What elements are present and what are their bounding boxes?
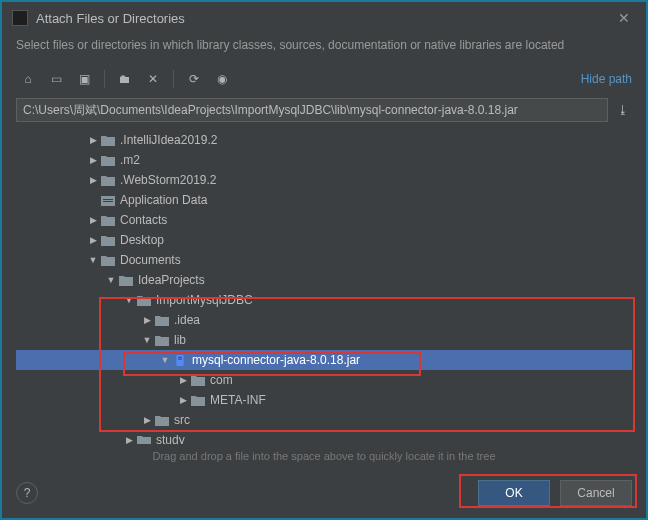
folder-icon [154,313,170,327]
refresh-icon[interactable]: ⟳ [182,68,206,90]
tree-node[interactable]: ▶.idea [16,310,632,330]
tree-node-label: IdeaProjects [138,273,205,287]
tree-node[interactable]: ▶.WebStorm2019.2 [16,170,632,190]
folder-icon [154,333,170,347]
tree-node[interactable]: Application Data [16,190,632,210]
tree-node[interactable]: ▶src [16,410,632,430]
appdata-icon [100,193,116,207]
folder-icon [100,133,116,147]
folder-icon [100,233,116,247]
hide-path-link[interactable]: Hide path [581,72,632,86]
svg-rect-1 [103,199,113,200]
chevron-right-icon[interactable]: ▶ [86,135,100,145]
separator [173,70,174,88]
path-input[interactable] [16,98,608,122]
tree-node-label: .IntelliJIdea2019.2 [120,133,217,147]
folder-icon [154,413,170,427]
jar-icon [172,353,188,367]
tree-node[interactable]: ▼IdeaProjects [16,270,632,290]
chevron-right-icon[interactable]: ▶ [140,315,154,325]
tree-node-label: com [210,373,233,387]
help-icon[interactable]: ? [16,482,38,504]
folder-icon [136,293,152,307]
toolbar: ⌂ ▭ ▣ 🖿 ✕ ⟳ ◉ Hide path [2,64,646,94]
tree-node-label: src [174,413,190,427]
tree-node[interactable]: ▼Documents [16,250,632,270]
dialog: Attach Files or Directories ✕ Select fil… [0,0,648,520]
close-icon[interactable]: ✕ [612,8,636,28]
tree-node-label: .m2 [120,153,140,167]
tree-node-label: Desktop [120,233,164,247]
chevron-right-icon[interactable]: ▶ [86,155,100,165]
folder-icon [100,153,116,167]
tree-node-label: Contacts [120,213,167,227]
chevron-right-icon[interactable]: ▶ [122,435,136,444]
tree-node-label: META-INF [210,393,266,407]
tree-node[interactable]: ▶.m2 [16,150,632,170]
tree-node[interactable]: ▶com [16,370,632,390]
chevron-right-icon[interactable]: ▶ [86,235,100,245]
tree-node[interactable]: ▶Contacts [16,210,632,230]
tree-node-label: study [156,433,185,444]
tree-node[interactable]: ▼lib [16,330,632,350]
ok-button[interactable]: OK [478,480,550,506]
tree-node[interactable]: ▼mysql-connector-java-8.0.18.jar [16,350,632,370]
folder-icon [100,213,116,227]
footer: ? OK Cancel [2,472,646,518]
dialog-subtitle: Select files or directories in which lib… [2,34,646,64]
desktop-icon[interactable]: ▭ [44,68,68,90]
folder-icon [100,253,116,267]
chevron-down-icon[interactable]: ▼ [86,255,100,265]
app-icon [12,10,28,26]
chevron-down-icon[interactable]: ▼ [140,335,154,345]
chevron-down-icon[interactable]: ▼ [104,275,118,285]
tree-node[interactable]: ▶study [16,430,632,444]
folder-icon [118,273,134,287]
chevron-right-icon[interactable]: ▶ [86,175,100,185]
file-tree[interactable]: ▶.IntelliJIdea2019.2▶.m2▶.WebStorm2019.2… [16,126,632,444]
svg-rect-4 [178,356,182,357]
chevron-down-icon[interactable]: ▼ [158,355,172,365]
chevron-right-icon[interactable]: ▶ [140,415,154,425]
chevron-down-icon[interactable]: ▼ [122,295,136,305]
tree-node-label: .idea [174,313,200,327]
chevron-right-icon[interactable]: ▶ [176,375,190,385]
tree-node-label: lib [174,333,186,347]
svg-rect-5 [178,358,182,359]
delete-icon[interactable]: ✕ [141,68,165,90]
folder-icon [190,373,206,387]
tree-node[interactable]: ▼ImportMysqlJDBC [16,290,632,310]
tree-node[interactable]: ▶.IntelliJIdea2019.2 [16,130,632,150]
folder-icon [136,433,152,444]
chevron-right-icon[interactable]: ▶ [176,395,190,405]
project-icon[interactable]: ▣ [72,68,96,90]
show-hidden-icon[interactable]: ◉ [210,68,234,90]
new-folder-icon[interactable]: 🖿 [113,68,137,90]
path-row: ⭳ [2,94,646,126]
tree-node-label: mysql-connector-java-8.0.18.jar [192,353,360,367]
titlebar: Attach Files or Directories ✕ [2,2,646,34]
tree-node-label: .WebStorm2019.2 [120,173,217,187]
folder-icon [100,173,116,187]
tree-node[interactable]: ▶META-INF [16,390,632,410]
svg-rect-3 [176,355,183,366]
chevron-right-icon[interactable]: ▶ [86,215,100,225]
separator [104,70,105,88]
tree-node[interactable]: ▶Desktop [16,230,632,250]
svg-rect-2 [103,201,113,202]
tree-node-label: Application Data [120,193,207,207]
dialog-title: Attach Files or Directories [36,11,612,26]
drag-drop-hint: Drag and drop a file into the space abov… [2,444,646,472]
tree-node-label: Documents [120,253,181,267]
folder-icon [190,393,206,407]
history-icon[interactable]: ⭳ [614,100,632,120]
cancel-button[interactable]: Cancel [560,480,632,506]
tree-node-label: ImportMysqlJDBC [156,293,253,307]
home-icon[interactable]: ⌂ [16,68,40,90]
